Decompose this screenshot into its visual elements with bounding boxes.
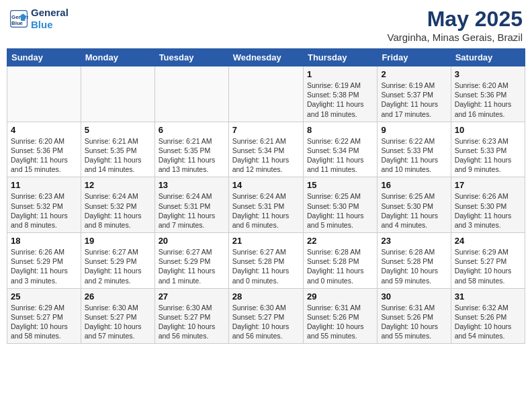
day-number: 30	[381, 291, 447, 302]
calendar-cell: 6Sunrise: 6:21 AM Sunset: 5:35 PM Daylig…	[154, 122, 228, 177]
calendar-cell: 26Sunrise: 6:30 AM Sunset: 5:27 PM Dayli…	[81, 288, 154, 344]
calendar-cell: 12Sunrise: 6:24 AM Sunset: 5:32 PM Dayli…	[81, 177, 154, 233]
day-number: 28	[232, 291, 300, 302]
calendar-cell: 2Sunrise: 6:19 AM Sunset: 5:37 PM Daylig…	[378, 66, 451, 122]
day-info: Sunrise: 6:28 AM Sunset: 5:28 PM Dayligh…	[307, 247, 373, 285]
day-number: 10	[455, 125, 521, 135]
day-number: 25	[11, 291, 77, 302]
day-number: 31	[455, 291, 521, 302]
logo-text: General Blue	[31, 7, 69, 31]
day-info: Sunrise: 6:30 AM Sunset: 5:27 PM Dayligh…	[232, 303, 300, 341]
day-info: Sunrise: 6:24 AM Sunset: 5:31 PM Dayligh…	[159, 191, 225, 230]
calendar-cell: 28Sunrise: 6:30 AM Sunset: 5:27 PM Dayli…	[228, 288, 303, 344]
logo-icon: General Blue	[9, 9, 28, 28]
calendar-cell: 27Sunrise: 6:30 AM Sunset: 5:27 PM Dayli…	[154, 288, 228, 344]
location: Varginha, Minas Gerais, Brazil	[388, 32, 523, 43]
day-number: 26	[85, 291, 151, 302]
day-info: Sunrise: 6:27 AM Sunset: 5:29 PM Dayligh…	[159, 247, 225, 285]
day-info: Sunrise: 6:19 AM Sunset: 5:38 PM Dayligh…	[307, 81, 373, 119]
weekday-header-row: SundayMondayTuesdayWednesdayThursdayFrid…	[7, 49, 525, 66]
calendar-cell: 22Sunrise: 6:28 AM Sunset: 5:28 PM Dayli…	[303, 233, 377, 289]
calendar-cell: 15Sunrise: 6:25 AM Sunset: 5:30 PM Dayli…	[303, 177, 377, 233]
day-info: Sunrise: 6:21 AM Sunset: 5:35 PM Dayligh…	[85, 136, 151, 175]
day-number: 9	[381, 125, 447, 135]
day-info: Sunrise: 6:31 AM Sunset: 5:26 PM Dayligh…	[381, 303, 447, 341]
page-header: General Blue General Blue May 2025 Vargi…	[7, 7, 525, 43]
calendar-cell: 13Sunrise: 6:24 AM Sunset: 5:31 PM Dayli…	[154, 177, 228, 233]
calendar-week-row: 25Sunrise: 6:29 AM Sunset: 5:27 PM Dayli…	[7, 288, 525, 344]
day-info: Sunrise: 6:22 AM Sunset: 5:33 PM Dayligh…	[381, 136, 447, 175]
calendar-cell: 18Sunrise: 6:26 AM Sunset: 5:29 PM Dayli…	[7, 233, 81, 289]
day-info: Sunrise: 6:24 AM Sunset: 5:32 PM Dayligh…	[85, 191, 151, 230]
day-info: Sunrise: 6:29 AM Sunset: 5:27 PM Dayligh…	[11, 303, 77, 341]
calendar-cell: 24Sunrise: 6:29 AM Sunset: 5:27 PM Dayli…	[451, 233, 525, 289]
calendar-cell: 23Sunrise: 6:28 AM Sunset: 5:28 PM Dayli…	[378, 233, 451, 289]
day-info: Sunrise: 6:28 AM Sunset: 5:28 PM Dayligh…	[381, 247, 447, 285]
day-number: 13	[159, 180, 225, 190]
day-info: Sunrise: 6:23 AM Sunset: 5:33 PM Dayligh…	[455, 136, 521, 175]
logo: General Blue General Blue	[9, 7, 69, 31]
day-info: Sunrise: 6:25 AM Sunset: 5:30 PM Dayligh…	[381, 191, 447, 230]
day-info: Sunrise: 6:23 AM Sunset: 5:32 PM Dayligh…	[11, 191, 77, 230]
calendar-cell	[7, 66, 81, 122]
day-number: 23	[381, 236, 447, 246]
calendar-cell: 17Sunrise: 6:26 AM Sunset: 5:30 PM Dayli…	[451, 177, 525, 233]
calendar-cell: 20Sunrise: 6:27 AM Sunset: 5:29 PM Dayli…	[154, 233, 228, 289]
calendar-cell: 8Sunrise: 6:22 AM Sunset: 5:34 PM Daylig…	[303, 122, 377, 177]
day-number: 20	[159, 236, 225, 246]
day-info: Sunrise: 6:24 AM Sunset: 5:31 PM Dayligh…	[232, 191, 300, 230]
calendar-cell	[81, 66, 154, 122]
calendar-cell: 29Sunrise: 6:31 AM Sunset: 5:26 PM Dayli…	[303, 288, 377, 344]
calendar-cell: 1Sunrise: 6:19 AM Sunset: 5:38 PM Daylig…	[303, 66, 377, 122]
weekday-header-tuesday: Tuesday	[154, 49, 228, 66]
day-number: 27	[159, 291, 225, 302]
calendar-cell	[228, 66, 303, 122]
day-number: 11	[11, 180, 77, 190]
day-number: 29	[307, 291, 373, 302]
day-info: Sunrise: 6:21 AM Sunset: 5:34 PM Dayligh…	[232, 136, 300, 175]
weekday-header-friday: Friday	[378, 49, 451, 66]
day-number: 7	[232, 125, 300, 135]
calendar-cell: 21Sunrise: 6:27 AM Sunset: 5:28 PM Dayli…	[228, 233, 303, 289]
day-number: 18	[11, 236, 77, 246]
day-number: 19	[85, 236, 151, 246]
day-number: 24	[455, 236, 521, 246]
calendar-cell: 4Sunrise: 6:20 AM Sunset: 5:36 PM Daylig…	[7, 122, 81, 177]
calendar-cell: 14Sunrise: 6:24 AM Sunset: 5:31 PM Dayli…	[228, 177, 303, 233]
calendar-table: SundayMondayTuesdayWednesdayThursdayFrid…	[7, 48, 525, 344]
month-title: May 2025	[388, 7, 523, 32]
day-info: Sunrise: 6:22 AM Sunset: 5:34 PM Dayligh…	[307, 136, 373, 175]
day-number: 2	[381, 69, 447, 79]
calendar-cell: 16Sunrise: 6:25 AM Sunset: 5:30 PM Dayli…	[378, 177, 451, 233]
calendar-cell: 9Sunrise: 6:22 AM Sunset: 5:33 PM Daylig…	[378, 122, 451, 177]
calendar-cell: 7Sunrise: 6:21 AM Sunset: 5:34 PM Daylig…	[228, 122, 303, 177]
day-number: 5	[85, 125, 151, 135]
calendar-cell: 25Sunrise: 6:29 AM Sunset: 5:27 PM Dayli…	[7, 288, 81, 344]
day-info: Sunrise: 6:32 AM Sunset: 5:26 PM Dayligh…	[455, 303, 521, 341]
day-info: Sunrise: 6:27 AM Sunset: 5:29 PM Dayligh…	[85, 247, 151, 285]
calendar-week-row: 4Sunrise: 6:20 AM Sunset: 5:36 PM Daylig…	[7, 122, 525, 177]
calendar-cell: 19Sunrise: 6:27 AM Sunset: 5:29 PM Dayli…	[81, 233, 154, 289]
day-info: Sunrise: 6:19 AM Sunset: 5:37 PM Dayligh…	[381, 81, 447, 119]
calendar-cell: 11Sunrise: 6:23 AM Sunset: 5:32 PM Dayli…	[7, 177, 81, 233]
calendar-cell: 10Sunrise: 6:23 AM Sunset: 5:33 PM Dayli…	[451, 122, 525, 177]
calendar-week-row: 1Sunrise: 6:19 AM Sunset: 5:38 PM Daylig…	[7, 66, 525, 122]
day-number: 3	[455, 69, 521, 79]
day-number: 15	[307, 180, 373, 190]
weekday-header-monday: Monday	[81, 49, 154, 66]
day-number: 14	[232, 180, 300, 190]
day-info: Sunrise: 6:31 AM Sunset: 5:26 PM Dayligh…	[307, 303, 373, 341]
calendar-week-row: 11Sunrise: 6:23 AM Sunset: 5:32 PM Dayli…	[7, 177, 525, 233]
calendar-cell: 30Sunrise: 6:31 AM Sunset: 5:26 PM Dayli…	[378, 288, 451, 344]
day-number: 22	[307, 236, 373, 246]
day-info: Sunrise: 6:20 AM Sunset: 5:36 PM Dayligh…	[455, 81, 521, 119]
day-number: 6	[159, 125, 225, 135]
calendar-week-row: 18Sunrise: 6:26 AM Sunset: 5:29 PM Dayli…	[7, 233, 525, 289]
day-number: 17	[455, 180, 521, 190]
calendar-cell: 31Sunrise: 6:32 AM Sunset: 5:26 PM Dayli…	[451, 288, 525, 344]
day-info: Sunrise: 6:30 AM Sunset: 5:27 PM Dayligh…	[85, 303, 151, 341]
calendar-cell: 5Sunrise: 6:21 AM Sunset: 5:35 PM Daylig…	[81, 122, 154, 177]
day-number: 8	[307, 125, 373, 135]
day-info: Sunrise: 6:27 AM Sunset: 5:28 PM Dayligh…	[232, 247, 300, 285]
svg-text:General: General	[11, 14, 28, 20]
